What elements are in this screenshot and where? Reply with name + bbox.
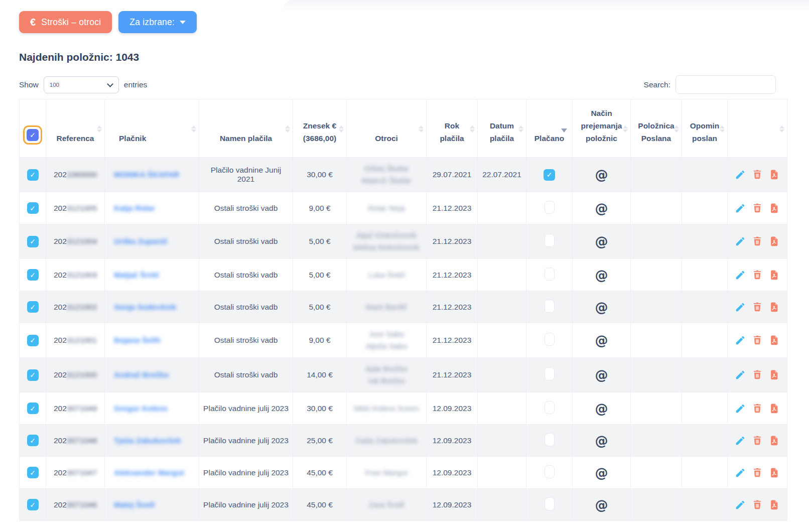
row-checkbox[interactable]: ✓ [27, 499, 39, 510]
delete-trash-icon[interactable] [752, 467, 763, 478]
page-size-select[interactable]: 100 [44, 76, 119, 93]
search-input[interactable] [676, 75, 776, 94]
column-header-actions[interactable] [728, 99, 787, 158]
column-header-select-all[interactable]: ✓ [20, 99, 46, 158]
delete-trash-icon[interactable] [752, 236, 763, 247]
sort-icon[interactable] [285, 125, 290, 132]
row-checkbox[interactable]: ✓ [27, 202, 39, 214]
row-checkbox[interactable]: ✓ [27, 467, 39, 478]
row-checkbox[interactable]: ✓ [27, 369, 39, 381]
edit-pencil-icon[interactable] [735, 302, 746, 313]
delete-trash-icon[interactable] [752, 335, 763, 346]
pdf-file-icon[interactable] [769, 403, 780, 414]
paid-checkbox-checked[interactable]: ✓ [544, 169, 555, 181]
row-checkbox[interactable]: ✓ [27, 269, 39, 281]
column-header-znesek[interactable]: Znesek €(3686,00) [293, 99, 347, 158]
costs-children-button[interactable]: € Stroški – otroci [19, 11, 112, 33]
row-checkbox[interactable]: ✓ [27, 403, 39, 414]
pdf-file-icon[interactable] [769, 435, 780, 446]
column-header-placano[interactable]: Plačano [526, 99, 573, 158]
paid-checkbox-unchecked[interactable] [545, 333, 555, 346]
pdf-file-icon[interactable] [769, 335, 780, 346]
sort-icon[interactable] [470, 125, 475, 132]
paid-checkbox-unchecked[interactable] [545, 201, 555, 214]
edit-pencil-icon[interactable] [735, 236, 746, 247]
pdf-file-icon[interactable] [769, 499, 780, 510]
select-all-checkbox[interactable]: ✓ [27, 129, 39, 141]
delete-trash-icon[interactable] [752, 499, 763, 510]
row-checkbox[interactable]: ✓ [27, 435, 39, 446]
pdf-file-icon[interactable] [769, 236, 780, 247]
for-selected-dropdown-button[interactable]: Za izbrane: [118, 11, 197, 33]
sort-icon[interactable] [339, 125, 344, 132]
edit-pencil-icon[interactable] [735, 467, 746, 478]
paid-checkbox-unchecked[interactable] [545, 433, 555, 446]
delete-trash-icon[interactable] [752, 169, 763, 180]
delete-trash-icon[interactable] [752, 302, 763, 313]
row-checkbox[interactable]: ✓ [27, 169, 39, 181]
paid-checkbox-unchecked[interactable] [545, 367, 555, 380]
sort-icon[interactable] [720, 125, 725, 132]
payer-link[interactable]: MONIKA ŠKAFAR [114, 170, 179, 179]
pdf-file-icon[interactable] [769, 467, 780, 478]
delete-trash-icon[interactable] [752, 403, 763, 414]
paid-checkbox-unchecked[interactable] [545, 465, 555, 478]
paid-checkbox-unchecked[interactable] [545, 300, 555, 313]
column-header-rok-placila[interactable]: Rokplačila [427, 99, 478, 158]
column-header-otroci[interactable]: Otroci [347, 99, 427, 158]
column-header-nacin-prejemanja[interactable]: Načinprejemanjapoložnic [573, 99, 631, 158]
edit-pencil-icon[interactable] [735, 403, 746, 414]
payer-link[interactable]: Bojana Šelih [114, 336, 161, 344]
payer-link[interactable]: Matej Šnell [114, 500, 155, 509]
payer-link[interactable]: Urška Zupanič [114, 237, 168, 245]
pdf-file-icon[interactable] [769, 369, 780, 380]
pdf-file-icon[interactable] [769, 302, 780, 313]
sort-desc-icon[interactable] [561, 128, 567, 132]
delete-trash-icon[interactable] [752, 369, 763, 380]
sort-icon[interactable] [419, 125, 424, 132]
paid-checkbox-unchecked[interactable] [545, 234, 555, 247]
edit-pencil-icon[interactable] [735, 270, 746, 281]
pdf-file-icon[interactable] [769, 203, 780, 214]
payer-link[interactable]: Andraž Brečko [114, 370, 169, 379]
pdf-file-icon[interactable] [769, 270, 780, 281]
sort-icon[interactable] [97, 125, 102, 132]
payer-link[interactable]: Tjaša Zabukovšek [114, 436, 181, 445]
payer-link[interactable]: Katja Rolar [114, 204, 155, 212]
edit-pencil-icon[interactable] [735, 169, 746, 180]
row-checkbox[interactable]: ✓ [27, 236, 39, 247]
pdf-file-icon[interactable] [769, 169, 780, 180]
payer-link[interactable]: Aleksander Margut [114, 468, 184, 477]
delete-trash-icon[interactable] [752, 435, 763, 446]
column-header-label: Položnica [634, 119, 679, 132]
column-header-namen-placila[interactable]: Namen plačila [199, 99, 293, 158]
paid-checkbox-unchecked[interactable] [545, 268, 555, 281]
edit-pencil-icon[interactable] [735, 499, 746, 510]
edit-pencil-icon[interactable] [735, 435, 746, 446]
amount-cell: 25,00 € [293, 425, 347, 457]
column-header-datum-placila[interactable]: Datumplačila [478, 99, 526, 158]
sort-icon[interactable] [518, 125, 523, 132]
sort-icon[interactable] [191, 125, 196, 132]
payer-link[interactable]: Sonja Sodevšnik [114, 303, 176, 311]
sort-icon[interactable] [623, 125, 628, 132]
payer-link[interactable]: Gregor Kolenc [114, 404, 168, 413]
column-header-placnik[interactable]: Plačnik [105, 99, 199, 158]
paid-checkbox-unchecked[interactable] [545, 401, 555, 414]
column-header-referenca[interactable]: Referenca [46, 99, 105, 158]
delete-trash-icon[interactable] [752, 203, 763, 214]
delete-trash-icon[interactable] [752, 270, 763, 281]
sort-icon[interactable] [674, 125, 679, 132]
paid-checkbox-unchecked[interactable] [545, 497, 555, 510]
sort-icon[interactable] [779, 125, 784, 132]
row-checkbox[interactable]: ✓ [27, 335, 39, 346]
payer-link[interactable]: Matjaž Šrekl [114, 271, 159, 279]
column-header-opomin-poslan[interactable]: Opominposlan [682, 99, 728, 158]
row-checkbox[interactable]: ✓ [27, 301, 39, 313]
edit-pencil-icon[interactable] [735, 369, 746, 380]
payment-date-cell [478, 224, 526, 259]
edit-pencil-icon[interactable] [735, 335, 746, 346]
edit-pencil-icon[interactable] [735, 203, 746, 214]
column-header-poloznica-poslana[interactable]: PoložnicaPoslana [631, 99, 682, 158]
child-name: Aljoša Sabo [350, 340, 423, 352]
